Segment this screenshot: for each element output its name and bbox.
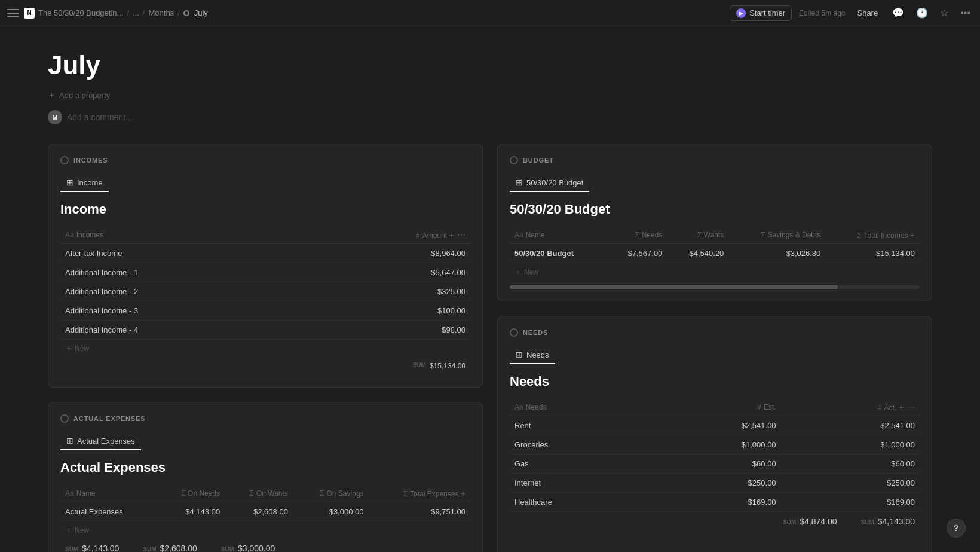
needs-col-options[interactable]: ⋯ — [906, 402, 915, 412]
needs-row-est: $250.00 — [650, 474, 780, 493]
budget-col-savings: ΣSavings & Debts — [728, 227, 825, 244]
page-title: July — [48, 50, 932, 80]
budget-col-wants: ΣWants — [667, 227, 728, 244]
needs-view-tabs: ⊞ Needs — [510, 346, 920, 367]
needs-tab[interactable]: ⊞ Needs — [510, 346, 555, 364]
table-row[interactable]: Internet$250.00$250.00 — [510, 474, 920, 493]
budget-grid-icon: ⊞ — [516, 178, 523, 187]
table-row[interactable]: Actual Expenses$4,143.00$2,608.00$3,000.… — [60, 502, 470, 521]
notion-icon: N — [24, 8, 35, 19]
needs-add-col[interactable]: + — [898, 402, 903, 412]
budget-tab-label: 50/30/20 Budget — [526, 178, 583, 187]
needs-row-est: $1,000.00 — [650, 435, 780, 455]
needs-row-act: $169.00 — [781, 493, 920, 512]
income-row-name: Additional Income - 3 — [60, 301, 299, 321]
needs-row-name: Gas — [510, 455, 650, 474]
avatar: M — [48, 110, 62, 124]
actual-sum-needs: $4,143.00 — [82, 544, 119, 552]
budget-row-savings: $3,026.80 — [728, 244, 825, 263]
needs-circle — [510, 328, 518, 337]
table-row[interactable]: Gas$60.00$60.00 — [510, 455, 920, 474]
income-plus-icon: ＋ — [65, 343, 72, 353]
table-row[interactable]: Additional Income - 2$325.00 — [60, 282, 470, 301]
needs-row-name: Healthcare — [510, 493, 650, 512]
start-timer-button[interactable]: ▶ Start timer — [730, 5, 792, 21]
budget-db-title: 50/30/20 Budget — [510, 202, 920, 217]
needs-row-name: Rent — [510, 416, 650, 435]
income-new-row-button[interactable]: ＋ New — [60, 340, 470, 357]
budget-col-name: AaName — [510, 227, 605, 244]
actual-col-wants: ΣOn Wants — [225, 485, 293, 502]
needs-row-est: $60.00 — [650, 455, 780, 474]
table-row[interactable]: After-tax Income$8,964.00 — [60, 244, 470, 263]
needs-row-act: $60.00 — [781, 455, 920, 474]
income-add-col[interactable]: + — [449, 230, 454, 240]
menu-toggle[interactable] — [7, 7, 19, 19]
budget-table: AaName ΣNeeds ΣWants ΣSavings & Debts ΣT… — [510, 227, 920, 263]
table-row[interactable]: 50/30/20 Budget$7,567.00$4,540.20$3,026.… — [510, 244, 920, 263]
breadcrumb-app[interactable]: The 50/30/20 Budgetin... — [38, 8, 123, 17]
more-options-icon[interactable]: ••• — [958, 5, 973, 21]
breadcrumb-months[interactable]: Months — [148, 8, 174, 17]
income-col-amount: #Amount + ⋯ — [299, 227, 470, 244]
income-view-tabs: ⊞ Income — [60, 174, 470, 194]
actual-row-savings: $3,000.00 — [293, 502, 369, 521]
budget-tab[interactable]: ⊞ 50/30/20 Budget — [510, 174, 589, 192]
needs-col-act: #Act. + ⋯ — [781, 399, 920, 416]
budget-scrollbar[interactable] — [510, 285, 920, 289]
actual-tab[interactable]: ⊞ Actual Expenses — [60, 432, 141, 450]
needs-row-act: $250.00 — [781, 474, 920, 493]
page-content: July ＋ Add a property M Add a comment...… — [0, 26, 980, 552]
needs-grid-icon: ⊞ — [516, 350, 523, 359]
actual-add-col[interactable]: + — [461, 489, 466, 498]
incomes-section: INCOMES ⊞ Income Income AaIncomes #Amo — [48, 144, 483, 388]
nav-actions: ▶ Start timer Edited 5m ago Share 💬 🕐 ☆ … — [730, 5, 973, 21]
income-row-amount: $98.00 — [299, 321, 470, 340]
table-row[interactable]: Additional Income - 4$98.00 — [60, 321, 470, 340]
budget-add-col[interactable]: + — [910, 230, 915, 240]
help-button[interactable]: ? — [947, 519, 966, 538]
share-button[interactable]: Share — [852, 6, 883, 20]
budget-section: BUDGET ⊞ 50/30/20 Budget 50/30/20 Budget… — [497, 144, 932, 301]
budget-new-row-button[interactable]: ＋ New — [510, 263, 920, 280]
actual-new-row-button[interactable]: ＋ New — [60, 521, 470, 539]
budget-row-needs: $7,567.00 — [605, 244, 667, 263]
income-row-name: Additional Income - 4 — [60, 321, 299, 340]
actual-title: ACTUAL EXPENSES — [74, 415, 146, 422]
grid-icon: ⊞ — [66, 178, 74, 187]
actual-sum-savings: $3,000.00 — [238, 544, 275, 552]
actual-section-header: ACTUAL EXPENSES — [60, 414, 470, 423]
budget-title: BUDGET — [523, 157, 554, 164]
income-table: AaIncomes #Amount + ⋯ After-tax Income$8… — [60, 227, 470, 340]
income-row-name: After-tax Income — [60, 244, 299, 263]
table-row[interactable]: Healthcare$169.00$169.00 — [510, 493, 920, 512]
breadcrumb-ellipsis[interactable]: ... — [133, 8, 139, 17]
table-row[interactable]: Additional Income - 1$5,647.00 — [60, 263, 470, 282]
incomes-section-header: INCOMES — [60, 156, 470, 164]
income-tab[interactable]: ⊞ Income — [60, 174, 109, 192]
needs-title: NEEDS — [523, 329, 548, 336]
comments-icon[interactable]: 💬 — [890, 5, 906, 21]
needs-sum-label2: SUM — [861, 519, 874, 526]
income-row-amount: $100.00 — [299, 301, 470, 321]
actual-sum-label1: SUM — [65, 546, 78, 552]
actual-sum-wants: $2,608.00 — [160, 544, 197, 552]
income-tab-label: Income — [77, 178, 103, 187]
income-sum-value: $15,134.00 — [430, 362, 466, 370]
income-col-options[interactable]: ⋯ — [457, 230, 466, 240]
budget-new-label: New — [524, 268, 538, 276]
needs-sum-est: $4,874.00 — [800, 517, 837, 526]
start-timer-label: Start timer — [749, 8, 785, 17]
budget-row-total: $15,134.00 — [825, 244, 920, 263]
table-row[interactable]: Additional Income - 3$100.00 — [60, 301, 470, 321]
history-icon[interactable]: 🕐 — [914, 5, 930, 21]
actual-tab-label: Actual Expenses — [77, 437, 135, 446]
add-property-button[interactable]: ＋ Add a property — [48, 90, 110, 100]
breadcrumb-sep3: / — [177, 8, 180, 17]
table-row[interactable]: Groceries$1,000.00$1,000.00 — [510, 435, 920, 455]
table-row[interactable]: Rent$2,541.00$2,541.00 — [510, 416, 920, 435]
favorite-icon[interactable]: ☆ — [938, 5, 951, 21]
comment-input[interactable]: Add a comment... — [67, 112, 133, 122]
needs-sum-label1: SUM — [783, 519, 796, 526]
income-row-amount: $325.00 — [299, 282, 470, 301]
